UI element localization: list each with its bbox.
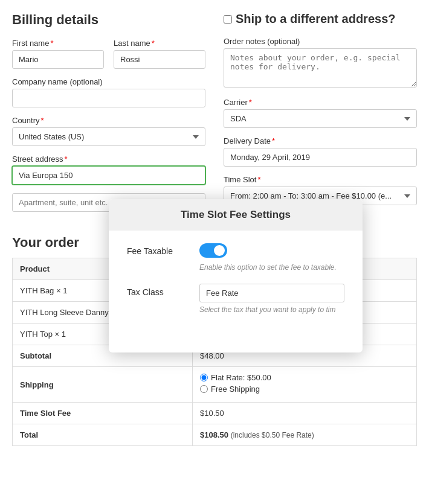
last-name-input[interactable] — [114, 50, 205, 69]
order-notes-group: Order notes (optional) — [224, 37, 417, 89]
ship-different-checkbox[interactable] — [224, 15, 232, 24]
fee-taxable-hint: Enable this option to set the fee to tax… — [199, 263, 344, 272]
carrier-label: Carrier* — [224, 98, 417, 107]
company-input[interactable] — [12, 89, 205, 107]
free-shipping-radio[interactable] — [200, 385, 208, 393]
time-slot-label: Time Slot* — [224, 175, 417, 184]
first-name-group: First name* — [12, 39, 104, 69]
street-group: Street address* — [12, 155, 205, 185]
flat-rate-option[interactable]: Flat Rate: $50.00 — [200, 373, 409, 382]
shipping-row: Shipping Flat Rate: $50.00 Free Shipping — [13, 367, 417, 403]
toggle-slider — [199, 243, 227, 258]
country-select[interactable]: United States (US) — [12, 127, 205, 146]
delivery-date-label: Delivery Date* — [224, 136, 417, 145]
first-name-input[interactable] — [12, 50, 104, 69]
street-input[interactable] — [12, 166, 205, 185]
free-shipping-option[interactable]: Free Shipping — [200, 384, 409, 394]
order-notes-textarea[interactable] — [224, 48, 417, 88]
fee-taxable-content: Enable this option to set the fee to tax… — [199, 243, 344, 272]
fee-taxable-label: Fee Taxable — [127, 243, 187, 256]
tax-class-input[interactable] — [199, 284, 344, 302]
flat-rate-radio[interactable] — [200, 374, 208, 381]
modal-overlay: Time Slot Fee Settings Fee Taxable Enabl… — [109, 199, 363, 352]
tax-class-row: Tax Class Select the tax that you want t… — [127, 284, 344, 314]
name-row: First name* Last name* — [12, 39, 205, 69]
timeslot-fee-value: $10.50 — [193, 403, 417, 424]
billing-section: Billing details First name* Last name* C… — [12, 12, 205, 220]
shipping-options: Flat Rate: $50.00 Free Shipping — [193, 367, 417, 403]
country-group: Country* United States (US) — [12, 116, 205, 146]
billing-title: Billing details — [12, 12, 205, 28]
fee-taxable-toggle[interactable] — [199, 243, 227, 258]
timeslot-fee-row: Time Slot Fee $10.50 — [13, 403, 417, 424]
total-label: Total — [13, 424, 193, 446]
ship-address-title: Ship to a different address? — [224, 12, 417, 26]
modal-title: Time Slot Fee Settings — [123, 209, 348, 221]
includes-note: (includes $0.50 Fee Rate) — [231, 431, 314, 439]
street-label: Street address* — [12, 155, 205, 164]
modal-header: Time Slot Fee Settings — [109, 199, 363, 231]
country-label: Country* — [12, 116, 205, 125]
timeslot-fee-label: Time Slot Fee — [13, 403, 193, 424]
last-name-group: Last name* — [114, 39, 205, 69]
fee-taxable-row: Fee Taxable Enable this option to set th… — [127, 243, 344, 272]
tax-class-hint: Select the tax that you want to apply to… — [199, 305, 344, 314]
shipping-options-group: Flat Rate: $50.00 Free Shipping — [200, 373, 409, 394]
first-name-label: First name* — [12, 39, 104, 48]
delivery-date-input[interactable] — [224, 148, 417, 167]
company-label: Company name (optional) — [12, 77, 205, 86]
tax-class-content: Select the tax that you want to apply to… — [199, 284, 344, 314]
carrier-select[interactable]: SDA — [224, 109, 417, 128]
modal-body: Fee Taxable Enable this option to set th… — [109, 231, 363, 338]
tax-class-label: Tax Class — [127, 284, 187, 297]
page-layout: Billing details First name* Last name* C… — [12, 12, 417, 220]
order-notes-label: Order notes (optional) — [224, 37, 417, 46]
shipping-section: Ship to a different address? Order notes… — [224, 12, 417, 220]
carrier-group: Carrier* SDA — [224, 98, 417, 128]
total-value: $108.50 (includes $0.50 Fee Rate) — [193, 424, 417, 446]
last-name-label: Last name* — [114, 39, 205, 48]
company-group: Company name (optional) — [12, 77, 205, 107]
total-row: Total $108.50 (includes $0.50 Fee Rate) — [13, 424, 417, 446]
delivery-date-group: Delivery Date* — [224, 136, 417, 167]
page-wrapper: Billing details First name* Last name* C… — [12, 12, 417, 446]
shipping-label: Shipping — [13, 367, 193, 403]
